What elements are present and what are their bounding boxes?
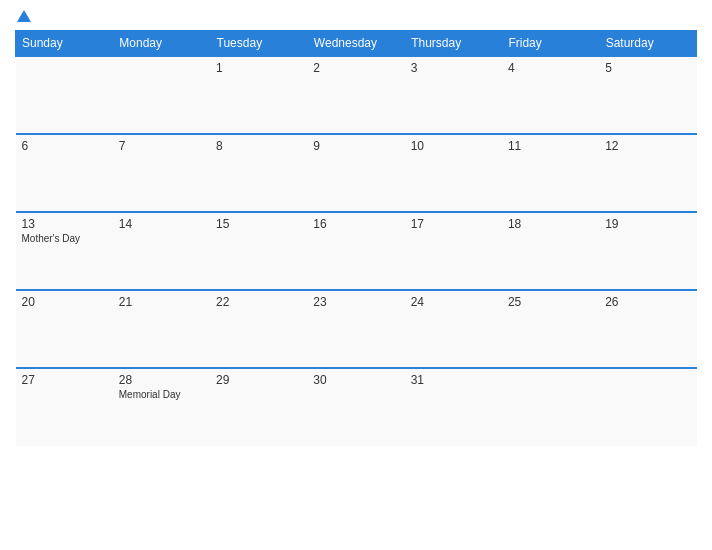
calendar-cell: 2 — [307, 56, 404, 134]
day-number: 1 — [216, 61, 301, 75]
day-number: 28 — [119, 373, 204, 387]
day-number: 31 — [411, 373, 496, 387]
calendar-cell: 13Mother's Day — [16, 212, 113, 290]
day-number: 27 — [22, 373, 107, 387]
calendar-header: SundayMondayTuesdayWednesdayThursdayFrid… — [16, 31, 697, 57]
page: SundayMondayTuesdayWednesdayThursdayFrid… — [0, 0, 712, 550]
calendar-cell: 7 — [113, 134, 210, 212]
day-number: 16 — [313, 217, 398, 231]
day-number: 25 — [508, 295, 593, 309]
weekday-wednesday: Wednesday — [307, 31, 404, 57]
day-number: 17 — [411, 217, 496, 231]
calendar-week-row: 12345 — [16, 56, 697, 134]
weekday-saturday: Saturday — [599, 31, 696, 57]
calendar-table: SundayMondayTuesdayWednesdayThursdayFrid… — [15, 30, 697, 446]
calendar-cell: 20 — [16, 290, 113, 368]
day-number: 29 — [216, 373, 301, 387]
calendar-cell: 19 — [599, 212, 696, 290]
day-event: Mother's Day — [22, 233, 107, 244]
calendar-cell: 6 — [16, 134, 113, 212]
day-number: 13 — [22, 217, 107, 231]
weekday-monday: Monday — [113, 31, 210, 57]
day-number: 22 — [216, 295, 301, 309]
day-number: 26 — [605, 295, 690, 309]
calendar-cell: 12 — [599, 134, 696, 212]
calendar-cell: 31 — [405, 368, 502, 446]
day-number: 3 — [411, 61, 496, 75]
calendar-cell: 28Memorial Day — [113, 368, 210, 446]
weekday-header-row: SundayMondayTuesdayWednesdayThursdayFrid… — [16, 31, 697, 57]
weekday-tuesday: Tuesday — [210, 31, 307, 57]
calendar-cell: 5 — [599, 56, 696, 134]
calendar-body: 12345678910111213Mother's Day14151617181… — [16, 56, 697, 446]
calendar-cell: 4 — [502, 56, 599, 134]
calendar-cell: 1 — [210, 56, 307, 134]
calendar-week-row: 6789101112 — [16, 134, 697, 212]
calendar-cell: 24 — [405, 290, 502, 368]
day-number: 24 — [411, 295, 496, 309]
weekday-thursday: Thursday — [405, 31, 502, 57]
day-number: 11 — [508, 139, 593, 153]
calendar-cell — [599, 368, 696, 446]
calendar-cell: 29 — [210, 368, 307, 446]
calendar-week-row: 2728Memorial Day293031 — [16, 368, 697, 446]
calendar-cell: 27 — [16, 368, 113, 446]
weekday-friday: Friday — [502, 31, 599, 57]
day-number: 7 — [119, 139, 204, 153]
day-number: 21 — [119, 295, 204, 309]
calendar-cell: 22 — [210, 290, 307, 368]
day-number: 19 — [605, 217, 690, 231]
calendar-cell: 26 — [599, 290, 696, 368]
logo-triangle-icon — [17, 10, 31, 22]
calendar-cell: 10 — [405, 134, 502, 212]
day-number: 20 — [22, 295, 107, 309]
day-number: 9 — [313, 139, 398, 153]
day-number: 10 — [411, 139, 496, 153]
day-number: 8 — [216, 139, 301, 153]
calendar-cell — [113, 56, 210, 134]
calendar-week-row: 20212223242526 — [16, 290, 697, 368]
calendar-cell: 3 — [405, 56, 502, 134]
day-number: 15 — [216, 217, 301, 231]
calendar-cell: 17 — [405, 212, 502, 290]
header — [15, 10, 697, 22]
calendar-cell: 16 — [307, 212, 404, 290]
day-number: 23 — [313, 295, 398, 309]
calendar-cell: 30 — [307, 368, 404, 446]
day-number: 30 — [313, 373, 398, 387]
day-number: 18 — [508, 217, 593, 231]
calendar-cell — [16, 56, 113, 134]
calendar-cell: 21 — [113, 290, 210, 368]
calendar-cell: 18 — [502, 212, 599, 290]
calendar-cell: 25 — [502, 290, 599, 368]
weekday-sunday: Sunday — [16, 31, 113, 57]
day-number: 5 — [605, 61, 690, 75]
calendar-cell: 8 — [210, 134, 307, 212]
calendar-cell: 9 — [307, 134, 404, 212]
calendar-cell: 23 — [307, 290, 404, 368]
day-number: 14 — [119, 217, 204, 231]
day-number: 2 — [313, 61, 398, 75]
day-number: 12 — [605, 139, 690, 153]
calendar-cell: 15 — [210, 212, 307, 290]
day-event: Memorial Day — [119, 389, 204, 400]
day-number: 6 — [22, 139, 107, 153]
calendar-cell — [502, 368, 599, 446]
day-number: 4 — [508, 61, 593, 75]
calendar-cell: 11 — [502, 134, 599, 212]
logo — [15, 10, 31, 22]
calendar-week-row: 13Mother's Day141516171819 — [16, 212, 697, 290]
calendar-cell: 14 — [113, 212, 210, 290]
